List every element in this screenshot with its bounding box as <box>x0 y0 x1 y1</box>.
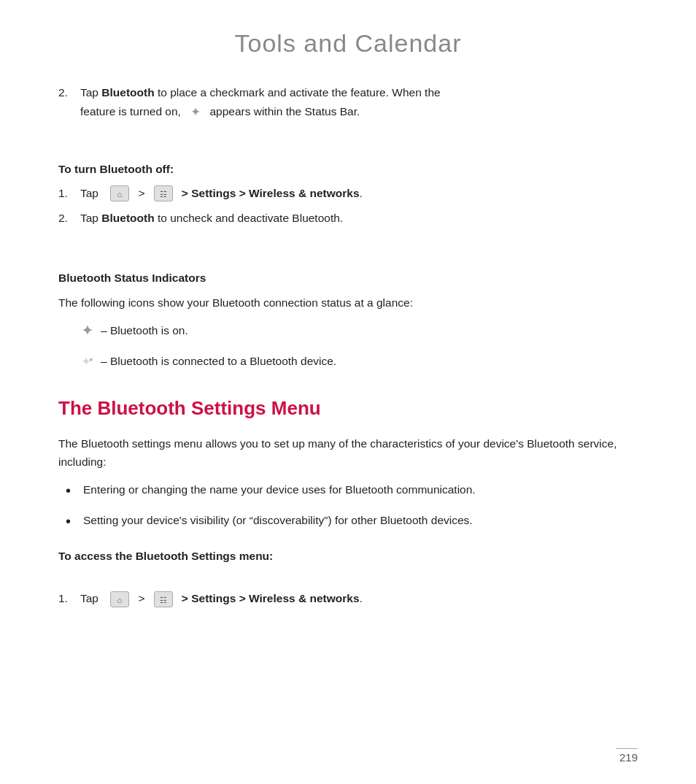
bullet-dot-2: • <box>66 511 79 531</box>
turn-off-step1-text: Tap ⌂ > ☷ > Settings > Wireless & networ… <box>80 185 638 203</box>
turn-off-step2-text: Tap Bluetooth to uncheck and deactivate … <box>80 210 638 228</box>
access-step1-number: 1. <box>58 590 80 608</box>
page-rule <box>616 748 638 749</box>
indicator1-text: – Bluetooth is on. <box>101 322 188 340</box>
bluetooth-on-icon: ✦ <box>190 102 201 122</box>
access-step1-text: Tap ⌂ > ☷ > Settings > Wireless & networ… <box>80 590 638 608</box>
turn-off-step1-number: 1. <box>58 185 80 203</box>
step-bluetooth-on: 2. Tap Bluetooth to place a checkmark an… <box>58 84 638 122</box>
bullet-list: • Entering or changing the name your dev… <box>58 480 638 531</box>
indicator-row-2: ✦● – Bluetooth is connected to a Bluetoo… <box>73 352 638 372</box>
home-icon: ⌂ <box>110 185 129 201</box>
access-step1: 1. Tap ⌂ > ☷ > Settings > Wireless & net… <box>58 590 638 608</box>
bold-bluetooth2: Bluetooth <box>101 212 154 224</box>
access-menu-icon: ☷ <box>154 591 173 607</box>
turn-off-step1: 1. Tap ⌂ > ☷ > Settings > Wireless & net… <box>58 185 638 203</box>
bold-settings2: > Settings > Wireless & networks <box>182 592 360 604</box>
bullet-text-2: Setting your device's visibility (or “di… <box>83 511 473 530</box>
step-text-bluetooth-on: Tap Bluetooth to place a checkmark and a… <box>80 84 638 122</box>
bluetooth-connected-status-icon: ✦● <box>73 352 101 372</box>
bullet-item-1: • Entering or changing the name your dev… <box>66 480 638 501</box>
page-title: Tools and Calendar <box>58 29 638 58</box>
access-home-icon: ⌂ <box>110 591 129 607</box>
bt-connected-glyph: ✦● <box>81 352 93 372</box>
bt-on-glyph: ✦ <box>82 320 93 342</box>
page: Tools and Calendar 2. Tap Bluetooth to p… <box>0 0 696 784</box>
bullet-item-2: • Setting your device's visibility (or “… <box>66 511 638 531</box>
content-body: 2. Tap Bluetooth to place a checkmark an… <box>58 84 638 607</box>
bullet-text-1: Entering or changing the name your devic… <box>83 480 476 499</box>
bold-settings1: > Settings > Wireless & networks <box>182 187 360 199</box>
turn-off-heading: To turn Bluetooth off: <box>58 161 638 179</box>
bluetooth-settings-menu-heading: The Bluetooth Settings Menu <box>58 393 638 424</box>
step-number-2: 2. <box>58 84 80 102</box>
status-indicators-heading: Bluetooth Status Indicators <box>58 269 638 288</box>
indicator-row-1: ✦ – Bluetooth is on. <box>73 320 638 342</box>
turn-off-step2: 2. Tap Bluetooth to uncheck and deactiva… <box>58 210 638 228</box>
status-indicators-text: The following icons show your Bluetooth … <box>58 293 638 312</box>
bluetooth-on-status-icon: ✦ <box>73 320 101 342</box>
bullet-dot-1: • <box>66 480 79 501</box>
bold-bluetooth: Bluetooth <box>101 86 154 99</box>
turn-off-step2-number: 2. <box>58 210 80 228</box>
page-number: 219 <box>619 751 638 764</box>
indicator2-text: – Bluetooth is connected to a Bluetooth … <box>101 353 336 371</box>
intro-paragraph: The Bluetooth settings menu allows you t… <box>58 434 638 472</box>
access-heading: To access the Bluetooth Settings menu: <box>58 547 638 566</box>
menu-icon: ☷ <box>154 185 173 201</box>
